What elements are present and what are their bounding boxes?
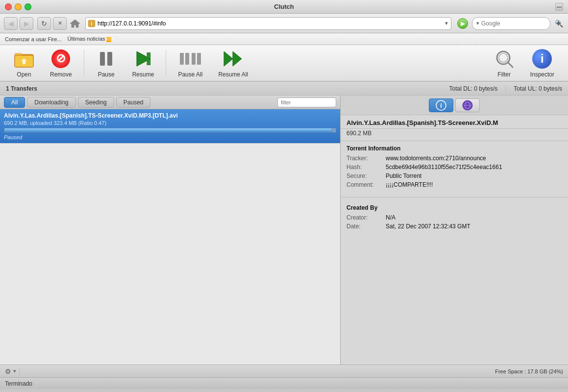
- date-label: Date:: [346, 223, 386, 230]
- left-panel: All Downloading Seeding Paused Alvin.Y.L…: [0, 96, 341, 365]
- filter-label: Filter: [497, 71, 511, 78]
- window-title: Clutch: [274, 3, 294, 10]
- settings-button[interactable]: ⚙ ▾: [5, 368, 16, 375]
- forward-button[interactable]: ▶: [20, 17, 33, 30]
- tracker-row: Tracker: www.todotorrents.com:2710/annou…: [346, 155, 562, 162]
- tab-downloading[interactable]: Downloading: [27, 97, 75, 108]
- bookmark-2[interactable]: Últimas noticiasRSS: [68, 36, 111, 42]
- inspector-tab-info[interactable]: i: [429, 98, 453, 112]
- resume-button[interactable]: Resume: [126, 47, 160, 80]
- address-dropdown-arrow[interactable]: ▼: [444, 21, 449, 26]
- filter-button[interactable]: Filter: [488, 47, 520, 80]
- remove-button[interactable]: ⊘ Remove: [44, 47, 78, 80]
- inspector-tab-network[interactable]: [455, 98, 480, 112]
- pause-button[interactable]: Pause: [90, 47, 123, 80]
- settings-dropdown[interactable]: ▾: [13, 368, 16, 374]
- pause-all-button[interactable]: Pause All: [172, 47, 208, 80]
- inspector-torrent-size: 690.2 MB: [341, 129, 568, 141]
- address-icon: i: [88, 20, 96, 27]
- svg-line-14: [508, 62, 513, 67]
- address-input[interactable]: [98, 20, 444, 27]
- resume-label: Resume: [132, 71, 154, 78]
- tools-icon: ✦: [555, 18, 562, 29]
- filter-input[interactable]: [281, 99, 333, 105]
- resume-all-label: Resume All: [218, 71, 248, 78]
- progress-bar-fill: [4, 128, 332, 132]
- info-divider: [341, 197, 568, 197]
- go-button[interactable]: ▶: [457, 18, 468, 29]
- address-bar[interactable]: i ▼: [85, 17, 451, 30]
- toolbar-separator-2: [166, 49, 166, 76]
- reload-button[interactable]: ↻: [37, 17, 51, 30]
- pause-label: Pause: [98, 71, 115, 78]
- tools-button[interactable]: ✦: [552, 18, 564, 29]
- secure-label: Secure:: [346, 172, 386, 179]
- inspector-icon: i: [532, 49, 552, 69]
- gear-icon: ⚙: [5, 368, 11, 375]
- tab-seeding[interactable]: Seeding: [78, 97, 114, 108]
- torrent-meta: 690.2 MB, uploaded 323.4 MB (Ratio 0.47): [4, 120, 336, 126]
- total-ul: Total UL: 0 bytes/s: [506, 85, 562, 92]
- comment-label: Comment:: [346, 181, 386, 188]
- main-content: All Downloading Seeding Paused Alvin.Y.L…: [0, 96, 568, 365]
- close-button[interactable]: [5, 3, 12, 10]
- status-bar-top: 1 Transfers Total DL: 0 bytes/s Total UL…: [0, 82, 568, 96]
- pause-all-label: Pause All: [178, 71, 202, 78]
- maximize-button[interactable]: [25, 3, 31, 10]
- progress-bar-container: ↻: [4, 128, 336, 133]
- torrent-list: Alvin.Y.Las.Ardillas.[Spanish].TS-Screen…: [0, 109, 340, 365]
- torrent-name: Alvin.Y.Las.Ardillas.[Spanish].TS-Screen…: [4, 112, 336, 119]
- hash-value: 5cdbe69d4e96b3110f55ec71f25c4eeac1661: [386, 164, 562, 171]
- resume-all-button[interactable]: Resume All: [212, 47, 254, 80]
- resume-all-icon: [223, 49, 244, 69]
- resize-button[interactable]: —: [555, 3, 563, 11]
- open-icon: [14, 49, 34, 69]
- transfers-count: 1 Transfers: [6, 85, 449, 92]
- back-button[interactable]: ◀: [4, 17, 18, 30]
- tab-all[interactable]: All: [4, 97, 25, 108]
- torrent-item[interactable]: Alvin.Y.Las.Ardillas.[Spanish].TS-Screen…: [0, 109, 340, 144]
- bookmark-1[interactable]: Comenzar a usar Fire...: [5, 36, 62, 42]
- creator-row: Creator: N/A: [346, 214, 562, 221]
- svg-text:i: i: [440, 102, 442, 109]
- info-tab-icon: i: [436, 100, 446, 111]
- progress-refresh-icon: ↻: [331, 128, 335, 132]
- stop-button[interactable]: ✕: [53, 17, 67, 30]
- remove-icon: ⊘: [50, 49, 71, 69]
- search-input[interactable]: [481, 20, 555, 27]
- right-panel: i Alvin.Y.Las.Ardillas.[Spanish].TS-Scre…: [341, 96, 568, 365]
- toolbar: Open ⊘ Remove Pause Resume: [0, 45, 568, 82]
- bookmarks-bar: Comenzar a usar Fire... Últimas noticias…: [0, 33, 568, 45]
- open-label: Open: [17, 71, 31, 78]
- home-button[interactable]: [69, 17, 81, 30]
- search-bar[interactable]: G ▾ 🔍: [472, 17, 550, 30]
- minimize-button[interactable]: [15, 3, 22, 10]
- network-tab-icon: [462, 100, 473, 111]
- torrent-info-title: Torrent Information: [346, 145, 562, 152]
- tracker-value: www.todotorrents.com:2710/announce: [386, 155, 562, 162]
- bottom-separator: [19, 368, 20, 375]
- creator-value: N/A: [386, 214, 562, 221]
- open-button[interactable]: Open: [8, 47, 40, 80]
- search-dropdown-arrow[interactable]: ▾: [476, 20, 479, 26]
- total-dl: Total DL: 0 bytes/s: [449, 85, 506, 92]
- status-bottom: Terminado: [0, 377, 568, 389]
- status-text: Terminado: [5, 380, 32, 387]
- tab-paused[interactable]: Paused: [116, 97, 151, 108]
- filter-tabs: All Downloading Seeding Paused: [0, 96, 340, 109]
- svg-text:i: i: [91, 21, 93, 26]
- created-by-section: Created By Creator: N/A Date: Sat, 22 De…: [341, 200, 568, 236]
- svg-point-15: [499, 53, 508, 62]
- filter-input-container[interactable]: [277, 98, 336, 107]
- home-icon: [69, 18, 81, 29]
- date-value: Sat, 22 Dec 2007 12:32:43 GMT: [386, 223, 562, 230]
- svg-marker-12: [233, 51, 242, 66]
- creator-label: Creator:: [346, 214, 386, 221]
- pause-all-icon: [180, 49, 200, 69]
- filter-icon: [494, 49, 515, 69]
- remove-label: Remove: [50, 71, 72, 78]
- resume-icon: [133, 49, 153, 69]
- inspector-button[interactable]: i Inspector: [524, 47, 560, 80]
- bottom-bar: ⚙ ▾ Free Space : 17.8 GB (24%): [0, 365, 568, 377]
- hash-label: Hash:: [346, 164, 386, 171]
